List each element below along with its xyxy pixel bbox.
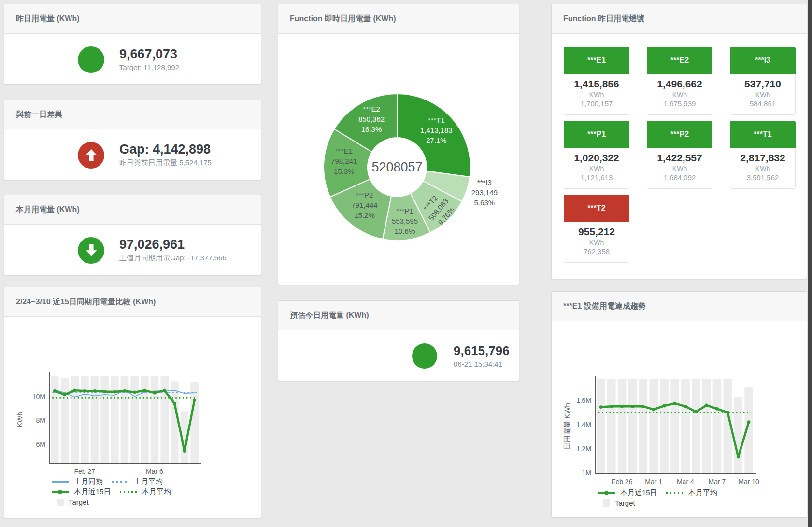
legend-item-本月近15日[interactable]: 本月近15日	[52, 487, 111, 497]
compare-chart-plot[interactable]: 6M8M10MKWhFeb 27Mar 6	[4, 316, 262, 483]
legend-label: 本月平均	[142, 487, 171, 497]
light-card-unit: KWh	[564, 165, 629, 172]
legend-label: 上月平均	[134, 477, 163, 486]
panel-title: Function 昨日用電燈號	[563, 14, 644, 24]
legend-item-Target[interactable]: Target	[598, 499, 635, 507]
light-card-value: 1,422,557	[647, 152, 712, 164]
target-bar	[91, 376, 99, 464]
legend-label: 上月同期	[74, 477, 103, 486]
y-axis-label: KWh	[15, 412, 24, 427]
x-tick-label: Mar 10	[738, 478, 759, 485]
light-card-target: 1,121,613	[564, 173, 629, 182]
x-tick-label: Mar 1	[645, 478, 662, 485]
light-card-target: 3,591,562	[730, 173, 795, 182]
panel-header[interactable]: Function 昨日用電燈號	[552, 4, 807, 34]
panel-header[interactable]: 本月用電量 (KWh)	[4, 195, 261, 225]
panel-header[interactable]: ***E1 設備用電達成趨勢	[552, 292, 807, 321]
legend-item-上月同期[interactable]: 上月同期	[52, 477, 103, 486]
stat-value: 9,667,073	[119, 47, 179, 62]
panel-yesterday-lights: Function 昨日用電燈號 ***E11,415,856KWh1,700,1…	[551, 4, 807, 279]
legend-label: 本月近15日	[620, 488, 657, 498]
target-bar	[628, 379, 637, 474]
light-card-target: 1,684,092	[647, 173, 712, 182]
light-card-target: 584,861	[730, 100, 795, 108]
legend-label: Target	[69, 498, 89, 506]
legend-item-Target[interactable]: Target	[52, 498, 89, 506]
panel-title: 本月用電量 (KWh)	[16, 205, 80, 215]
y-tick-label: 1.2M	[576, 445, 591, 453]
stat-subtitle: 昨日與前日用電量 5,524,175	[119, 158, 212, 168]
stat-text: 9,667,073 Target: 11,128,992	[119, 47, 179, 72]
trend-chart-plot[interactable]: 1M1.2M1.4M1.6M日用電量 KWhFeb 26Mar 1Mar 4Ma…	[552, 321, 808, 492]
y-tick-label: 1.6M	[576, 397, 591, 404]
stat-timestamp: 06-21 15:34:41	[454, 360, 510, 368]
lights-grid: ***E11,415,856KWh1,700,157***E21,496,662…	[564, 47, 796, 263]
legend-swatch-icon	[57, 499, 64, 506]
panel-header[interactable]: 2/24~3/10 近15日同期用電量比較 (KWh)	[4, 287, 261, 317]
stat-body: Gap: 4,142,898 昨日與前日用電量 5,524,175	[4, 129, 261, 181]
light-card-unit: KWh	[730, 91, 795, 99]
y-tick-label: 6M	[36, 441, 45, 448]
light-card-E1: ***E11,415,856KWh1,700,157	[564, 47, 629, 115]
light-card-target: 1,700,157	[564, 100, 629, 108]
y-tick-label: 1M	[582, 469, 591, 477]
panel-header[interactable]: 預估今日用電量 (KWh)	[278, 301, 519, 330]
light-card-T2: ***T2955,212KWh762,358	[564, 195, 629, 263]
target-bar	[151, 376, 159, 464]
light-card-title: ***P1	[564, 121, 629, 148]
legend-swatch-icon	[598, 492, 615, 494]
donut-chart-plot[interactable]: ***T11,413,18327.1%***I3293,1495.63%***T…	[278, 33, 520, 286]
compare-chart-legend: 上月同期上月平均本月近15日本月平均Target	[52, 477, 171, 507]
legend-label: 本月近15日	[74, 487, 111, 497]
panel-title: 昨日用電量 (KWh)	[16, 14, 80, 24]
panel-day-gap: 與前一日差異 Gap: 4,142,898 昨日與前日用電量 5,524,175	[4, 100, 261, 180]
target-bar	[713, 379, 721, 474]
panel-realtime-donut: Function 即時日用電量 (KWh) ***T11,413,18327.1…	[278, 4, 519, 285]
target-bar	[639, 379, 647, 474]
stat-body: 9,615,796 06-21 15:34:41	[278, 330, 519, 382]
target-bar	[51, 376, 59, 464]
status-circle-icon	[78, 46, 104, 73]
stat-value: 97,026,961	[119, 238, 227, 252]
target-bar	[692, 379, 700, 474]
light-card-E2: ***E21,496,662KWh1,675,939	[647, 47, 712, 115]
panel-title: 2/24~3/10 近15日同期用電量比較 (KWh)	[16, 297, 156, 307]
target-bar	[618, 379, 626, 474]
panel-header[interactable]: 昨日用電量 (KWh)	[4, 4, 261, 34]
legend-item-本月平均[interactable]: 本月平均	[120, 487, 171, 497]
arrow-up-icon	[78, 142, 104, 169]
legend-item-本月平均[interactable]: 本月平均	[666, 488, 717, 498]
light-card-title: ***I3	[730, 47, 796, 74]
target-bar	[660, 379, 668, 474]
legend-item-上月平均[interactable]: 上月平均	[112, 477, 163, 486]
panel-header[interactable]: Function 即時日用電量 (KWh)	[278, 4, 519, 34]
target-bar	[650, 379, 658, 474]
legend-swatch-icon	[666, 492, 684, 494]
panel-title: ***E1 設備用電達成趨勢	[563, 301, 646, 312]
stat-body: 9,667,073 Target: 11,128,992	[4, 34, 261, 85]
target-bar	[121, 376, 129, 464]
light-card-title: ***E2	[647, 47, 712, 74]
panel-e1-trend-chart: ***E1 設備用電達成趨勢 1M1.2M1.4M1.6M日用電量 KWhFeb…	[551, 291, 807, 518]
stat-value: 9,615,796	[454, 344, 510, 358]
stat-text: 9,615,796 06-21 15:34:41	[454, 344, 510, 368]
target-bar	[670, 379, 679, 474]
legend-swatch-icon	[112, 481, 129, 483]
legend-item-本月近15日[interactable]: 本月近15日	[598, 488, 657, 498]
target-bar	[61, 378, 69, 464]
legend-swatch-icon	[52, 491, 69, 493]
panel-yesterday-usage: 昨日用電量 (KWh) 9,667,073 Target: 11,128,992	[4, 4, 261, 85]
light-card-value: 537,710	[730, 78, 795, 90]
x-tick-label: Feb 27	[74, 468, 96, 475]
light-card-title: ***P2	[647, 121, 712, 148]
target-bar	[171, 381, 179, 464]
stat-body: 97,026,961 上個月同期用電Gap: -17,377,566	[4, 225, 261, 276]
target-bar	[111, 376, 119, 464]
legend-swatch-icon	[603, 499, 610, 507]
stat-subtitle: Target: 11,128,992	[119, 63, 179, 71]
panel-header[interactable]: 與前一日差異	[4, 100, 261, 129]
light-card-unit: KWh	[564, 239, 629, 246]
arrow-down-icon	[78, 237, 104, 264]
light-card-unit: KWh	[647, 91, 712, 99]
panel-month-usage: 本月用電量 (KWh) 97,026,961 上個月同期用電Gap: -17,3…	[4, 195, 261, 275]
